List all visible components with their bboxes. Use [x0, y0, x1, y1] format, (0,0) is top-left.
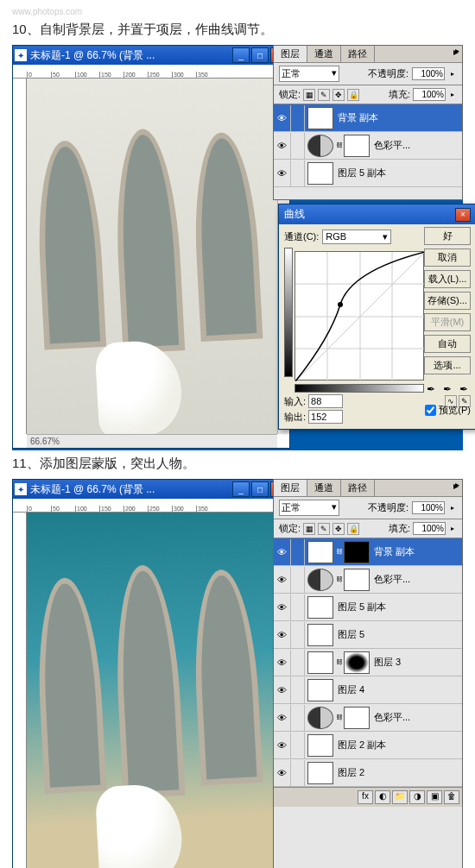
- layer-thumb[interactable]: [307, 762, 333, 784]
- lock-move-icon[interactable]: ✥: [332, 523, 345, 535]
- layer-row[interactable]: 👁图层 4: [274, 676, 462, 704]
- titlebar[interactable]: ✦ 未标题-1 @ 66.7% (背景 ... _ □ ×: [13, 46, 289, 65]
- dialog-titlebar[interactable]: 曲线 ×: [279, 204, 475, 224]
- lock-brush-icon[interactable]: ✎: [318, 89, 330, 101]
- maximize-button[interactable]: □: [251, 47, 269, 63]
- minimize-button[interactable]: _: [232, 481, 250, 497]
- options-button[interactable]: 选项...: [424, 356, 471, 374]
- eye-icon[interactable]: 👁: [274, 105, 291, 131]
- lock-all-icon[interactable]: 🔒: [347, 89, 359, 101]
- eyedropper-black-icon[interactable]: ✒: [424, 383, 437, 397]
- curves-dialog[interactable]: 曲线 × 通道(C): RGB▾: [278, 204, 475, 430]
- canvas[interactable]: [27, 513, 277, 868]
- panel-tabs: 图层 通道 路径 ▸: [274, 480, 462, 497]
- fill-input[interactable]: [413, 522, 446, 535]
- tab-layers[interactable]: 图层: [274, 46, 307, 62]
- layer-thumb[interactable]: [307, 734, 333, 757]
- layer-row[interactable]: 👁图层 2 副本: [274, 732, 462, 759]
- curves-input-field[interactable]: [308, 394, 343, 408]
- fill-chevron-icon[interactable]: ▸: [448, 91, 457, 98]
- tab-channels[interactable]: 通道: [307, 480, 341, 496]
- trash-icon[interactable]: 🗑: [444, 790, 459, 804]
- eye-icon[interactable]: 👁: [274, 733, 291, 758]
- layer-row[interactable]: 👁⛓图层 3: [274, 649, 462, 676]
- mask-thumb[interactable]: [344, 135, 370, 157]
- layer-thumb[interactable]: [307, 596, 333, 619]
- opacity-chevron-icon[interactable]: ▸: [448, 70, 457, 78]
- mask-thumb[interactable]: [344, 569, 370, 591]
- curve-grid[interactable]: [294, 251, 424, 381]
- layer-row[interactable]: 👁图层 5 副本: [274, 594, 462, 621]
- layer-row[interactable]: 👁 ⛓ 色彩平...: [274, 132, 462, 160]
- eye-icon[interactable]: 👁: [274, 594, 291, 620]
- load-button[interactable]: 载入(L)...: [424, 270, 471, 288]
- eye-icon[interactable]: 👁: [274, 539, 291, 565]
- channel-select[interactable]: RGB▾: [322, 230, 391, 244]
- fill-chevron-icon[interactable]: ▸: [448, 525, 457, 532]
- eye-icon[interactable]: 👁: [274, 705, 291, 731]
- new-layer-icon[interactable]: ▣: [427, 790, 442, 804]
- auto-button[interactable]: 自动: [424, 335, 471, 353]
- minimize-button[interactable]: _: [232, 47, 250, 63]
- layer-thumb[interactable]: [307, 569, 333, 591]
- opacity-input[interactable]: [412, 67, 445, 80]
- mask-thumb[interactable]: [344, 651, 370, 674]
- layer-row[interactable]: 👁⛓背景 副本: [274, 538, 462, 566]
- adjustment-icon[interactable]: ◑: [409, 790, 425, 804]
- ok-button[interactable]: 好: [424, 227, 471, 245]
- mask-icon[interactable]: ◐: [375, 790, 390, 804]
- curves-output-field[interactable]: [308, 410, 343, 424]
- lock-transparent-icon[interactable]: ▦: [303, 523, 315, 535]
- layer-row[interactable]: 👁 背景 副本: [274, 104, 462, 132]
- eyedropper-white-icon[interactable]: ✒: [458, 383, 471, 397]
- layer-row[interactable]: 👁图层 2: [274, 759, 462, 787]
- fill-input[interactable]: [413, 88, 446, 101]
- workspace-2: ✦ 未标题-1 @ 66.7% (背景 ... _ □ × 0501001502…: [12, 479, 463, 868]
- layer-row[interactable]: 👁 图层 5 副本: [274, 160, 462, 187]
- folder-icon[interactable]: 📁: [392, 790, 408, 804]
- layer-row[interactable]: 👁⛓色彩平...: [274, 566, 462, 594]
- tab-paths[interactable]: 路径: [341, 46, 375, 62]
- layer-thumb[interactable]: [307, 162, 333, 185]
- layer-thumb[interactable]: [307, 707, 333, 729]
- layer-thumb[interactable]: [307, 107, 333, 129]
- panel-menu-more[interactable]: ▸: [452, 480, 462, 497]
- eye-icon[interactable]: 👁: [274, 760, 291, 786]
- opacity-input[interactable]: [412, 501, 445, 514]
- blend-mode-select[interactable]: 正常▾: [279, 66, 339, 82]
- lock-all-icon[interactable]: 🔒: [347, 523, 359, 535]
- eye-icon[interactable]: 👁: [274, 650, 291, 676]
- tab-layers[interactable]: 图层: [274, 480, 307, 496]
- blend-mode-select[interactable]: 正常▾: [279, 500, 339, 516]
- layer-thumb[interactable]: [307, 541, 333, 563]
- eyedropper-gray-icon[interactable]: ✒: [440, 383, 453, 397]
- layer-thumb[interactable]: [307, 624, 333, 646]
- canvas[interactable]: [27, 79, 277, 434]
- opacity-chevron-icon[interactable]: ▸: [448, 504, 457, 512]
- save-button[interactable]: 存储(S)...: [424, 292, 471, 310]
- mask-thumb[interactable]: [344, 541, 370, 563]
- layer-row[interactable]: 👁⛓色彩平...: [274, 704, 462, 732]
- eye-icon[interactable]: 👁: [274, 622, 291, 648]
- layer-thumb[interactable]: [307, 651, 333, 674]
- cancel-button[interactable]: 取消: [424, 248, 471, 267]
- titlebar[interactable]: ✦ 未标题-1 @ 66.7% (背景 ... _ □ ×: [13, 480, 289, 499]
- eye-icon[interactable]: 👁: [274, 160, 291, 186]
- dialog-close-button[interactable]: ×: [455, 208, 471, 222]
- fx-icon[interactable]: fx: [358, 790, 373, 804]
- mask-thumb[interactable]: [344, 707, 370, 729]
- lock-brush-icon[interactable]: ✎: [318, 523, 330, 535]
- eye-icon[interactable]: 👁: [274, 567, 291, 593]
- lock-transparent-icon[interactable]: ▦: [303, 89, 315, 101]
- layer-row[interactable]: 👁图层 5: [274, 621, 462, 649]
- adjustment-thumb[interactable]: [307, 135, 333, 157]
- panel-menu-more[interactable]: ▸: [452, 46, 462, 63]
- tab-channels[interactable]: 通道: [307, 46, 341, 62]
- tab-paths[interactable]: 路径: [341, 480, 375, 496]
- lock-move-icon[interactable]: ✥: [332, 89, 345, 101]
- preview-checkbox[interactable]: [425, 405, 436, 416]
- eye-icon[interactable]: 👁: [274, 133, 291, 159]
- eye-icon[interactable]: 👁: [274, 677, 291, 703]
- maximize-button[interactable]: □: [251, 481, 269, 497]
- layer-thumb[interactable]: [307, 679, 333, 701]
